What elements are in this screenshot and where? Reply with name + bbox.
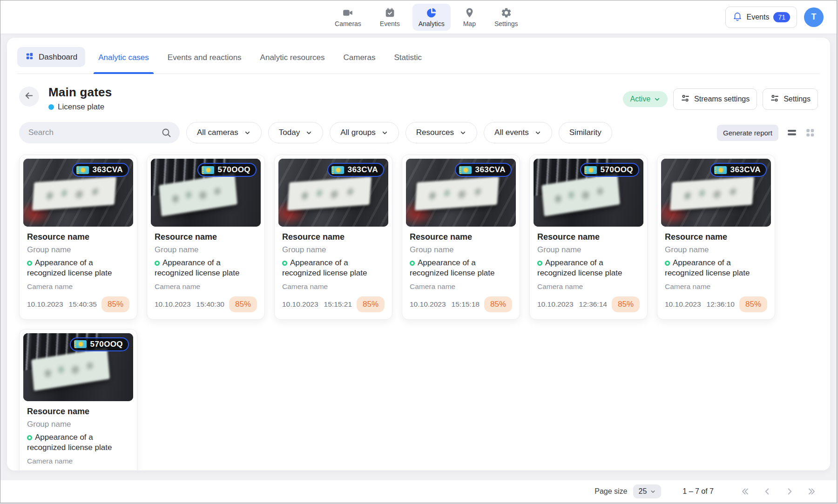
topbar-nav-cameras[interactable]: Cameras <box>329 4 367 31</box>
snapshot-image: 363CVA <box>23 159 133 227</box>
pagination-bar: Page size 25 1 – 7 of 7 <box>0 480 837 503</box>
back-button[interactable] <box>19 87 39 107</box>
group-name: Group name <box>537 245 640 255</box>
streams-settings-label: Streams settings <box>694 95 750 103</box>
results-grid: 363CVA Resource name Group name Appearan… <box>19 155 818 470</box>
tab-analytic-resources[interactable]: Analytic resources <box>251 47 334 74</box>
filter-pills: All cameras Today All groups Resources A… <box>186 122 612 143</box>
plate-badge: 363CVA <box>455 163 512 177</box>
status-dropdown[interactable]: Active <box>623 91 668 107</box>
event-type-ring-icon <box>155 261 160 266</box>
plate-badge: 363CVA <box>327 163 384 177</box>
filter-bar: All cameras Today All groups Resources A… <box>19 122 818 143</box>
dashboard-button-label: Dashboard <box>39 53 77 62</box>
tab-analytic-cases[interactable]: Analytic cases <box>89 47 158 74</box>
topbar-nav-analytics[interactable]: Analytics <box>412 4 451 31</box>
topbar-nav: Cameras Events Analytics Map Settings <box>329 0 524 34</box>
plate-number: 570OOQ <box>601 165 633 175</box>
grid-view-icon[interactable] <box>805 128 815 138</box>
event-date: 10.10.2023 <box>27 300 63 309</box>
event-card[interactable]: 363CVA Resource name Group name Appearan… <box>402 155 520 320</box>
generate-report-button[interactable]: Generate report <box>717 125 778 141</box>
camera-name: Camera name <box>27 282 129 291</box>
plate-badge: 570OOQ <box>197 163 257 177</box>
timestamp: 10.10.2023 12:36:10 <box>665 300 735 309</box>
snapshot-image: 570OOQ <box>151 159 261 227</box>
tab-statistic[interactable]: Statistic <box>385 47 431 74</box>
title-block: Main gates License plate <box>48 85 112 112</box>
topbar-nav-events[interactable]: Events <box>374 4 406 31</box>
first-page-button[interactable] <box>740 486 750 497</box>
timestamp: 10.10.2023 15:40:30 <box>155 300 224 309</box>
tab-events-and-reactions[interactable]: Events and reactions <box>158 47 251 74</box>
plate-number: 363CVA <box>730 165 761 175</box>
list-view-icon[interactable] <box>787 128 797 138</box>
topbar-nav-settings[interactable]: Settings <box>488 4 524 31</box>
resource-name: Resource name <box>155 232 257 242</box>
resource-name: Resource name <box>27 232 129 242</box>
snapshot-image: 570OOQ <box>23 333 133 401</box>
chevron-down-icon <box>381 129 388 136</box>
plate-badge: 363CVA <box>72 163 129 177</box>
header-actions: Active Streams settings Settings <box>623 88 818 110</box>
tab-cameras[interactable]: Cameras <box>334 47 385 74</box>
event-type-ring-icon <box>665 261 670 266</box>
main-panel: Dashboard Analytic casesEvents and react… <box>7 38 830 470</box>
gear-icon <box>500 7 512 19</box>
confidence-badge: 85% <box>101 296 129 312</box>
resource-name: Resource name <box>537 232 640 242</box>
case-type-label: License plate <box>58 102 104 112</box>
next-page-button[interactable] <box>784 486 795 497</box>
event-date: 10.10.2023 <box>155 300 191 309</box>
plate-badge: 363CVA <box>710 163 767 177</box>
status-label: Active <box>630 95 650 103</box>
avatar[interactable]: T <box>804 7 824 27</box>
prev-page-button[interactable] <box>762 486 772 497</box>
plate-badge: 570OOQ <box>580 163 639 177</box>
event-card[interactable]: 363CVA Resource name Group name Appearan… <box>657 155 775 320</box>
event-card[interactable]: 570OOQ Resource name Group name Appearan… <box>19 329 137 470</box>
event-date: 10.10.2023 <box>282 300 318 309</box>
event-time: 12:36:14 <box>579 300 607 309</box>
page-size-select[interactable]: 25 <box>633 484 661 498</box>
filter-all-groups[interactable]: All groups <box>330 122 399 143</box>
dashboard-button[interactable]: Dashboard <box>17 47 85 67</box>
group-name: Group name <box>282 245 385 255</box>
page-size-label: Page size <box>595 487 627 496</box>
event-type: Appearance of a recognized license plate <box>282 258 385 279</box>
event-type-ring-icon <box>27 261 32 266</box>
confidence-badge: 85% <box>612 296 640 312</box>
camera-name: Camera name <box>410 282 512 291</box>
filter-all-cameras[interactable]: All cameras <box>186 122 262 143</box>
arrow-left-icon <box>24 90 34 103</box>
pie-chart-icon <box>426 7 438 19</box>
filter-similarity[interactable]: Similarity <box>559 122 612 143</box>
filter-all-events[interactable]: All events <box>484 122 552 143</box>
filter-today[interactable]: Today <box>268 122 323 143</box>
events-button[interactable]: Events 71 <box>725 7 797 28</box>
plate-number: 363CVA <box>93 165 123 175</box>
topbar: Cameras Events Analytics Map Settings Ev… <box>0 0 837 34</box>
tabs: Analytic casesEvents and reactionsAnalyt… <box>89 47 431 74</box>
filter-resources[interactable]: Resources <box>405 122 477 143</box>
streams-settings-button[interactable]: Streams settings <box>673 88 757 110</box>
camera-name: Camera name <box>537 282 640 291</box>
event-date: 10.10.2023 <box>537 300 574 309</box>
timestamp: 10.10.2023 12:36:14 <box>537 300 607 309</box>
camera-name: Camera name <box>282 282 385 291</box>
resource-name: Resource name <box>282 232 385 242</box>
kazakhstan-flag-icon <box>459 166 472 174</box>
timestamp: 10.10.2023 15:15:21 <box>282 300 352 309</box>
last-page-button[interactable] <box>807 486 817 497</box>
topbar-right: Events 71 T <box>725 0 824 34</box>
view-toggle <box>787 128 815 138</box>
event-card[interactable]: 363CVA Resource name Group name Appearan… <box>19 155 137 320</box>
event-card[interactable]: 570OOQ Resource name Group name Appearan… <box>529 155 648 320</box>
confidence-badge: 85% <box>229 296 257 312</box>
search-input[interactable] <box>19 122 180 143</box>
event-card[interactable]: 363CVA Resource name Group name Appearan… <box>274 155 392 320</box>
event-time: 15:40:30 <box>196 300 224 309</box>
settings-button[interactable]: Settings <box>763 88 818 110</box>
topbar-nav-map[interactable]: Map <box>457 4 482 31</box>
event-card[interactable]: 570OOQ Resource name Group name Appearan… <box>147 155 265 320</box>
